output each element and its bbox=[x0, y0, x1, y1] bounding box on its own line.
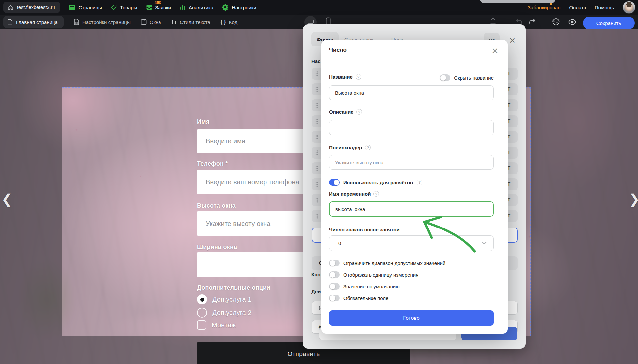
leads-count-badge: 493 bbox=[155, 0, 161, 5]
carousel-prev-icon[interactable]: ❮ bbox=[1, 191, 13, 207]
blocked-status[interactable]: Заблокирован bbox=[528, 5, 561, 10]
chevron-down-icon bbox=[482, 242, 487, 245]
site-home-button[interactable]: test.flexbetest3.ru bbox=[3, 2, 60, 13]
leads-icon bbox=[146, 4, 152, 10]
products-icon bbox=[111, 4, 117, 11]
help-icon[interactable]: ? bbox=[373, 191, 379, 197]
save-button[interactable]: Сохранить bbox=[583, 17, 635, 29]
help-icon[interactable]: ? bbox=[417, 180, 422, 185]
payment-link[interactable]: Оплата bbox=[569, 5, 586, 10]
help-icon[interactable]: ? bbox=[365, 145, 371, 150]
undo-icon bbox=[515, 18, 523, 25]
placeholder-field[interactable] bbox=[329, 155, 494, 170]
placeholder-label-row: Плейсхолдер ? bbox=[329, 145, 371, 150]
mobile-view-button[interactable] bbox=[326, 17, 331, 25]
current-page-button[interactable]: Главная страница bbox=[3, 16, 64, 28]
carousel-next-icon[interactable]: ❯ bbox=[629, 191, 638, 207]
nav-leads[interactable]: 493 Заявки bbox=[146, 4, 171, 10]
toolbar-divider bbox=[544, 18, 544, 25]
notification-toast-edge bbox=[480, 0, 555, 3]
drag-handle-icon[interactable] bbox=[315, 103, 318, 108]
drag-handle-icon[interactable] bbox=[315, 213, 318, 219]
description-input[interactable] bbox=[329, 120, 493, 135]
decimals-label: Число знаков после запятой bbox=[329, 227, 400, 232]
required-field-toggle[interactable] bbox=[329, 295, 340, 301]
field-type-icon: T bbox=[507, 213, 510, 218]
drag-handle-icon[interactable] bbox=[315, 182, 318, 187]
text-styles-icon: Tт bbox=[171, 19, 177, 25]
decimals-select[interactable]: 0 bbox=[329, 235, 494, 251]
page-settings-button[interactable]: Настройки страницы bbox=[74, 19, 131, 25]
editor-screen: Имя Телефон * Высота окна Ширина окна До… bbox=[0, 0, 638, 364]
drag-handle-icon[interactable] bbox=[315, 197, 318, 203]
name-value-input[interactable] bbox=[329, 86, 493, 100]
publish-button[interactable] bbox=[490, 17, 496, 24]
drag-handle-icon[interactable] bbox=[315, 71, 318, 76]
undo-button[interactable] bbox=[515, 18, 523, 25]
panel-action-heading: Дей bbox=[311, 289, 321, 294]
upload-icon bbox=[490, 17, 496, 24]
nav-analytics[interactable]: Аналитика bbox=[180, 4, 213, 10]
show-unit-toggle[interactable] bbox=[329, 271, 340, 278]
drag-handle-icon[interactable] bbox=[315, 87, 318, 92]
description-field[interactable] bbox=[329, 120, 494, 135]
variable-field[interactable] bbox=[329, 201, 494, 217]
modal-divider bbox=[321, 64, 508, 64]
nav-label: Аналитика bbox=[189, 5, 213, 10]
show-unit-label: Отображать единицу измерения bbox=[343, 272, 418, 278]
help-icon[interactable]: ? bbox=[356, 74, 361, 80]
drag-handle-icon[interactable] bbox=[315, 166, 318, 171]
field-type-icon: T bbox=[507, 86, 510, 92]
toolbar-label: Стили текста bbox=[180, 19, 210, 25]
drag-handle-icon[interactable] bbox=[315, 119, 318, 124]
user-avatar[interactable] bbox=[623, 1, 635, 14]
panel-fields-heading: Нас bbox=[311, 58, 321, 64]
limit-range-label: Ограничить диапазон допустимых значений bbox=[343, 260, 445, 266]
modal-title: Число bbox=[329, 47, 347, 53]
close-icon: ✕ bbox=[509, 36, 516, 45]
modal-close-button[interactable]: ✕ bbox=[491, 47, 499, 55]
field-type-icon: T bbox=[507, 118, 510, 124]
drag-handle-icon[interactable] bbox=[315, 150, 318, 155]
redo-button[interactable] bbox=[528, 18, 536, 25]
default-value-label: Значение по умолчанию bbox=[343, 284, 399, 289]
limit-range-row: Ограничить диапазон допустимых значений bbox=[329, 260, 445, 266]
show-unit-row: Отображать единицу измерения bbox=[329, 271, 418, 278]
desktop-icon bbox=[308, 20, 314, 25]
panel-close-button[interactable]: ✕ bbox=[509, 37, 516, 44]
variable-label: Имя переменной bbox=[329, 191, 371, 197]
calc-toggle[interactable] bbox=[329, 179, 340, 186]
notification-dot bbox=[550, 3, 552, 5]
default-value-toggle[interactable] bbox=[329, 283, 340, 290]
field-type-icon: T bbox=[507, 134, 510, 139]
nav-pages[interactable]: Страницы bbox=[69, 5, 102, 10]
nav-products[interactable]: Товары bbox=[111, 4, 137, 11]
description-label: Описание bbox=[329, 109, 353, 115]
nav-settings[interactable]: Настройки bbox=[222, 4, 256, 11]
name-value-field[interactable] bbox=[329, 85, 494, 100]
help-icon[interactable]: ? bbox=[356, 109, 362, 115]
analytics-icon bbox=[180, 4, 186, 10]
nav-label: Страницы bbox=[78, 5, 102, 10]
field-type-icon: T bbox=[507, 150, 510, 155]
help-link[interactable]: Помощь bbox=[595, 5, 614, 10]
home-icon bbox=[7, 4, 14, 11]
variable-input[interactable] bbox=[330, 202, 493, 216]
done-button[interactable]: Готово bbox=[329, 310, 494, 326]
windows-button[interactable]: Окна bbox=[141, 19, 161, 25]
field-type-icon: T bbox=[507, 165, 510, 171]
windows-icon bbox=[141, 19, 147, 25]
preview-button[interactable] bbox=[568, 18, 577, 26]
text-styles-button[interactable]: Tт Стили текста bbox=[171, 19, 210, 25]
required-field-label: Обязательное поле bbox=[343, 295, 388, 301]
eye-icon bbox=[568, 18, 577, 26]
placeholder-input[interactable] bbox=[329, 155, 493, 169]
history-button[interactable] bbox=[552, 18, 560, 26]
drag-handle-icon[interactable] bbox=[315, 134, 318, 139]
decimals-value: 0 bbox=[338, 240, 341, 246]
limit-range-toggle[interactable] bbox=[329, 260, 340, 266]
hide-name-group: Скрыть название bbox=[440, 74, 494, 81]
hide-name-toggle[interactable] bbox=[440, 74, 450, 81]
code-button[interactable]: { } Код bbox=[220, 19, 237, 25]
code-icon: { } bbox=[220, 19, 226, 25]
